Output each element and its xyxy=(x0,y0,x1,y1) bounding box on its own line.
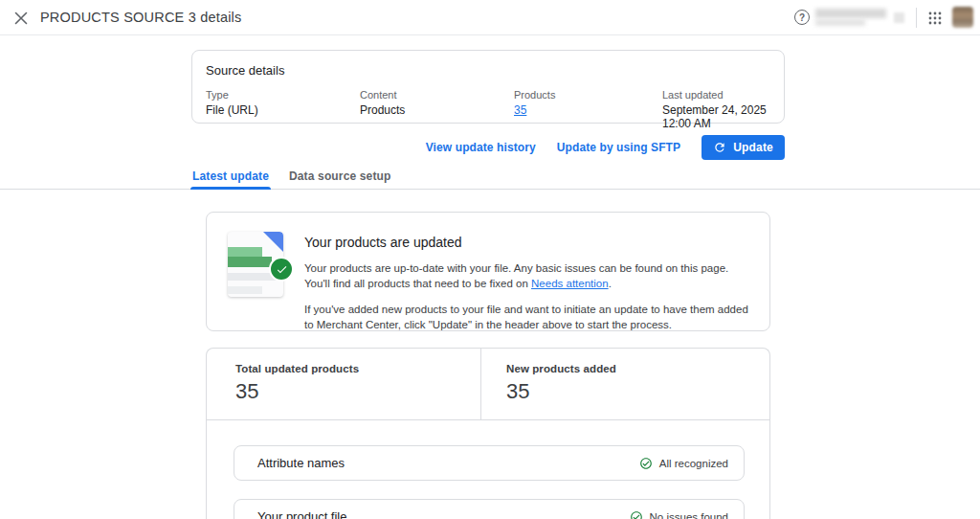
help-glyph: ? xyxy=(799,12,805,23)
stat-total-updated: Total updated products 35 xyxy=(207,349,481,419)
status-paragraph-2: If you've added new products to your fil… xyxy=(304,303,754,332)
check-status: All recognized xyxy=(639,457,728,470)
stat-value: 35 xyxy=(506,379,769,404)
product-file-icon xyxy=(226,231,299,304)
tab-latest-update[interactable]: Latest update xyxy=(190,164,271,189)
field-value: Products xyxy=(360,103,514,117)
latest-update-summary-card: Total updated products 35 New products a… xyxy=(206,348,770,519)
avatar[interactable] xyxy=(952,7,973,28)
field-value: September 24, 2025 12:00 AM xyxy=(662,103,770,130)
update-button[interactable]: Update xyxy=(702,135,785,160)
refresh-icon xyxy=(713,141,726,154)
source-details-card: Source details Type File (URL) Content P… xyxy=(191,50,785,124)
tab-bar: Latest update Data source setup xyxy=(0,164,980,190)
stats-row: Total updated products 35 New products a… xyxy=(207,349,769,420)
account-badge-redacted xyxy=(894,12,904,23)
stat-new-products: New products added 35 xyxy=(481,349,769,419)
tab-data-source-setup[interactable]: Data source setup xyxy=(287,164,393,189)
product-file-check-card: Your product file No issues found xyxy=(234,499,745,519)
field-label: Products xyxy=(514,89,662,101)
check-status-label: All recognized xyxy=(659,458,728,469)
close-icon[interactable] xyxy=(12,10,30,27)
source-details-fields: Type File (URL) Content Products Product… xyxy=(206,89,770,130)
check-label: Attribute names xyxy=(257,456,345,470)
tab-label: Data source setup xyxy=(289,169,391,183)
page-title: PRODUCTS SOURCE 3 details xyxy=(40,0,241,34)
field-content: Content Products xyxy=(360,89,514,130)
needs-attention-link[interactable]: Needs attention xyxy=(531,278,609,289)
top-header: PRODUCTS SOURCE 3 details ? xyxy=(0,0,980,35)
status-paragraph-1: Your products are up-to-date with your f… xyxy=(304,261,754,291)
products-updated-card: Your products are updated Your products … xyxy=(206,212,770,331)
field-type: Type File (URL) xyxy=(206,89,360,130)
view-update-history-link[interactable]: View update history xyxy=(426,141,536,154)
stat-label: Total updated products xyxy=(235,363,480,374)
help-icon[interactable]: ? xyxy=(794,10,810,25)
status-title: Your products are updated xyxy=(304,235,754,250)
products-count-link[interactable]: 35 xyxy=(514,103,526,117)
stat-label: New products added xyxy=(506,363,769,374)
check-status: No issues found xyxy=(630,510,728,519)
account-name-redacted[interactable] xyxy=(815,9,886,18)
source-details-title: Source details xyxy=(206,63,770,78)
check-label: Your product file xyxy=(257,509,346,519)
action-row: View update history Update by using SFTP… xyxy=(426,135,785,160)
field-label: Type xyxy=(206,89,360,101)
check-circle-icon xyxy=(639,457,653,470)
account-id-redacted xyxy=(815,19,865,26)
header-divider xyxy=(916,8,917,28)
stat-value: 35 xyxy=(235,379,480,404)
check-circle-icon xyxy=(630,510,643,519)
success-check-badge-icon xyxy=(269,257,294,282)
apps-grid-icon[interactable] xyxy=(927,11,943,26)
update-button-label: Update xyxy=(733,141,773,154)
update-by-sftp-link[interactable]: Update by using SFTP xyxy=(557,141,680,154)
file-fold-corner xyxy=(263,232,283,252)
checks-section: Attribute names All recognized Your prod… xyxy=(207,420,769,519)
field-label: Content xyxy=(360,89,514,101)
status-text-block: Your products are updated Your products … xyxy=(304,231,754,332)
field-label: Last updated xyxy=(662,89,770,101)
tab-label: Latest update xyxy=(192,169,269,183)
attribute-names-card: Attribute names All recognized xyxy=(234,445,745,481)
field-last-updated: Last updated September 24, 2025 12:00 AM xyxy=(662,89,770,130)
field-value: File (URL) xyxy=(206,103,360,117)
check-status-label: No issues found xyxy=(650,511,728,519)
field-products: Products 35 xyxy=(514,89,662,130)
